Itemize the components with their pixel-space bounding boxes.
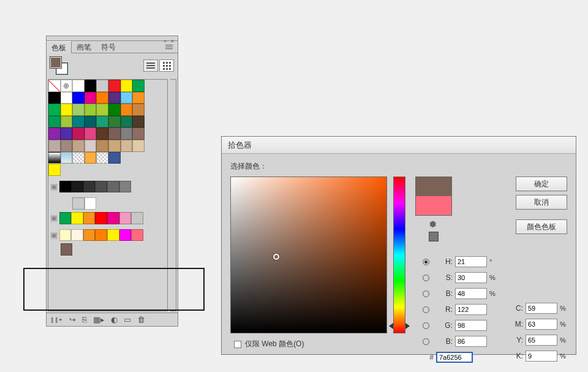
swatch[interactable]: [72, 116, 85, 128]
swatch[interactable]: [72, 92, 85, 104]
radio-b[interactable]: [423, 338, 429, 345]
tab-swatches[interactable]: 色板: [47, 41, 72, 53]
swatch[interactable]: [83, 212, 96, 224]
input-g[interactable]: [455, 320, 487, 331]
swatch[interactable]: [119, 181, 132, 193]
radio-r[interactable]: [423, 306, 429, 313]
swatch[interactable]: [96, 92, 108, 104]
swatch[interactable]: ⊕: [61, 80, 73, 92]
swatch[interactable]: [48, 164, 61, 176]
input-h[interactable]: [455, 256, 487, 267]
swatch[interactable]: [95, 229, 107, 241]
swatch[interactable]: [132, 127, 145, 140]
color-preview[interactable]: [415, 177, 452, 216]
swatch[interactable]: [96, 116, 108, 128]
swatch[interactable]: [72, 152, 85, 164]
panel-collapse-bar[interactable]: « ×: [47, 36, 178, 41]
swatch[interactable]: [85, 104, 97, 116]
swatch[interactable]: [83, 229, 96, 241]
tab-symbols[interactable]: 符号: [96, 41, 121, 53]
swatch[interactable]: [48, 127, 61, 140]
swatch[interactable]: [121, 140, 133, 152]
saturation-value-field[interactable]: [230, 177, 387, 333]
swatch[interactable]: [72, 104, 85, 116]
folder-icon[interactable]: ▣: [48, 212, 59, 224]
swatch[interactable]: [121, 127, 133, 140]
swatch[interactable]: [107, 181, 119, 193]
hue-slider[interactable]: [393, 177, 405, 333]
swatch[interactable]: [96, 80, 108, 92]
dialog-title[interactable]: 拾色器: [222, 137, 576, 154]
swatch[interactable]: [108, 116, 121, 128]
swatch[interactable]: [61, 116, 73, 128]
delete-icon[interactable]: 🗑: [137, 315, 145, 324]
swatch[interactable]: [132, 80, 145, 92]
swatch[interactable]: [85, 127, 97, 140]
swatch[interactable]: [48, 140, 61, 152]
swatch[interactable]: [59, 229, 72, 241]
swatch[interactable]: [61, 127, 73, 140]
swatch[interactable]: [85, 152, 97, 164]
swatch[interactable]: [96, 140, 108, 152]
swatch[interactable]: [96, 127, 108, 140]
new-template-icon[interactable]: ▦▸: [93, 315, 105, 324]
swatch[interactable]: [48, 152, 61, 164]
input-m[interactable]: [526, 319, 557, 330]
swatch[interactable]: [61, 140, 73, 152]
radio-h[interactable]: [423, 259, 429, 265]
tab-brushes[interactable]: 画笔: [72, 41, 96, 53]
radio-bb[interactable]: [423, 290, 429, 297]
swatch[interactable]: [72, 140, 85, 152]
swatch[interactable]: [95, 181, 107, 193]
color-group-icon[interactable]: ◐: [111, 315, 118, 324]
color-swatches-button[interactable]: 颜色色板: [516, 219, 567, 234]
swap-icon[interactable]: ↪: [69, 315, 76, 324]
out-of-gamut-icon[interactable]: ⬢: [429, 219, 438, 228]
swatch[interactable]: [85, 80, 97, 92]
swatch[interactable]: [132, 104, 145, 116]
swatch[interactable]: [71, 212, 83, 224]
swatch[interactable]: [85, 92, 97, 104]
swatch[interactable]: [61, 152, 73, 164]
swatch[interactable]: [83, 181, 96, 193]
swatch[interactable]: [132, 92, 145, 104]
swatch[interactable]: [108, 140, 121, 152]
input-brightness[interactable]: [455, 288, 487, 299]
swatch[interactable]: [61, 92, 73, 104]
swatch[interactable]: [48, 116, 61, 128]
library-menu-icon[interactable]: ⫿⫿▸: [50, 315, 63, 324]
swatch[interactable]: [121, 104, 133, 116]
input-b[interactable]: [455, 336, 487, 347]
radio-g[interactable]: [423, 322, 429, 329]
swatch[interactable]: [48, 104, 61, 116]
swatch[interactable]: [108, 152, 121, 164]
list-view-button[interactable]: [143, 59, 158, 72]
cancel-button[interactable]: 取消: [516, 195, 567, 210]
swatch[interactable]: [61, 243, 73, 256]
swatch[interactable]: [95, 212, 107, 224]
input-r[interactable]: [455, 304, 487, 315]
input-s[interactable]: [455, 272, 487, 283]
swatch[interactable]: [72, 127, 85, 140]
swatch[interactable]: [108, 92, 121, 104]
swatch[interactable]: [121, 80, 133, 92]
folder-icon[interactable]: ▣: [48, 229, 59, 241]
swatch[interactable]: [108, 80, 121, 92]
swatch[interactable]: [96, 104, 108, 116]
input-c[interactable]: [526, 303, 557, 314]
swatch[interactable]: [119, 212, 132, 224]
swatch[interactable]: [59, 212, 72, 224]
swatch[interactable]: [108, 127, 121, 140]
websafe-suggestion[interactable]: [429, 232, 439, 241]
swatch[interactable]: [121, 116, 133, 128]
swatch[interactable]: [85, 197, 97, 210]
swatch[interactable]: [121, 92, 133, 104]
swatch[interactable]: [85, 116, 97, 128]
swatch[interactable]: [132, 140, 145, 152]
ok-button[interactable]: 确定: [516, 177, 567, 191]
folder-icon[interactable]: ▣: [48, 181, 59, 193]
swatch[interactable]: [48, 92, 61, 104]
swatch[interactable]: [61, 104, 73, 116]
swatch[interactable]: [96, 152, 108, 164]
swatch[interactable]: [119, 229, 132, 241]
